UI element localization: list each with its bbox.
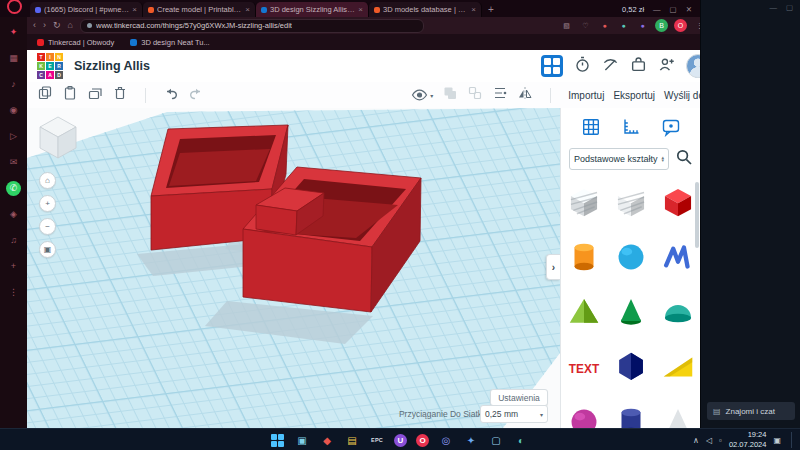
search-icon[interactable]: [675, 148, 693, 170]
paste-icon[interactable]: [62, 85, 78, 105]
tab-close-icon[interactable]: ×: [132, 5, 137, 14]
3d-scene[interactable]: [27, 108, 560, 428]
ungroup-icon[interactable]: [467, 85, 483, 105]
tray-volume-icon[interactable]: ▫: [719, 436, 722, 445]
bookmark-item[interactable]: Tinkercad | Obwody: [37, 38, 114, 47]
close-button[interactable]: ✕: [686, 5, 692, 14]
taskbar-app-teal[interactable]: ◐: [513, 432, 529, 448]
tab-close-icon[interactable]: ×: [471, 5, 476, 14]
taskbar-app-explorer[interactable]: ▣: [294, 432, 310, 448]
gx-badge-icon[interactable]: O: [674, 19, 687, 32]
tiktok-icon[interactable]: ♫: [6, 233, 21, 248]
taskbar-app-folder[interactable]: ▤: [344, 432, 360, 448]
minimize-button[interactable]: —: [653, 5, 661, 14]
discord-icon[interactable]: ◉: [6, 103, 21, 118]
duplicate-icon[interactable]: [87, 85, 103, 105]
shape-pyramid[interactable]: [564, 288, 604, 336]
shape-sphere[interactable]: [611, 233, 651, 281]
redo-icon[interactable]: [188, 85, 204, 105]
shape-cone[interactable]: [611, 288, 651, 336]
briefcase-icon[interactable]: [630, 56, 647, 77]
forward-icon[interactable]: ›: [43, 21, 46, 30]
mirror-icon[interactable]: [517, 85, 533, 105]
shape-box-striped[interactable]: [564, 178, 604, 226]
delete-icon[interactable]: [112, 85, 128, 105]
sim-time-icon[interactable]: [574, 56, 591, 77]
maximize-button[interactable]: ▢: [670, 5, 677, 14]
price-badge[interactable]: 0,52 zł: [622, 5, 644, 14]
show-hide-icon[interactable]: ▾: [411, 88, 433, 102]
zoom-in-button[interactable]: +: [39, 195, 56, 212]
copy-icon[interactable]: [37, 85, 53, 105]
dashboard-button[interactable]: [541, 55, 563, 77]
shape-wedge[interactable]: [658, 343, 698, 391]
shape-box-hole-striped[interactable]: [611, 178, 651, 226]
browser-tab[interactable]: (1665) Discord | #pwneral...×: [30, 2, 143, 17]
browser-tab[interactable]: Create model | Printables...×: [143, 2, 256, 17]
tray-network-icon[interactable]: ◁: [706, 436, 712, 445]
tray-chevron-icon[interactable]: ∧: [693, 436, 699, 445]
notes-icon[interactable]: [658, 115, 684, 139]
instagram-icon[interactable]: ◈: [6, 207, 21, 222]
minimize-icon[interactable]: —: [769, 3, 777, 12]
shape-cylinder[interactable]: [564, 233, 604, 281]
send-to-button[interactable]: Wyślij do: [664, 90, 704, 101]
browser-tab[interactable]: 3D models database | Prin...×: [369, 2, 482, 17]
taskbar-app-discord[interactable]: ◎: [438, 432, 454, 448]
shape-scribble[interactable]: [658, 233, 698, 281]
shape-box[interactable]: [658, 178, 698, 226]
gx-corner-icon[interactable]: ✦: [6, 25, 21, 40]
refresh-icon[interactable]: ↻: [53, 21, 61, 30]
show-desktop-button[interactable]: [791, 432, 794, 448]
profile-badge[interactable]: B: [655, 19, 668, 32]
undo-icon[interactable]: [163, 85, 179, 105]
taskbar-app-red[interactable]: ◆: [319, 432, 335, 448]
shape-tube[interactable]: [611, 398, 651, 429]
friends-chat-bar[interactable]: ▤ Znajomi i czat: [707, 402, 795, 420]
align-icon[interactable]: [492, 85, 508, 105]
workplane-icon[interactable]: [578, 115, 604, 139]
taskbar-app-u[interactable]: U: [394, 434, 407, 447]
gx-player-icon[interactable]: ♪: [6, 77, 21, 92]
group-icon[interactable]: [442, 85, 458, 105]
back-icon[interactable]: ‹: [33, 21, 36, 30]
invite-person-icon[interactable]: [658, 56, 675, 77]
panel-collapse-chevron[interactable]: ›: [546, 254, 560, 280]
extension-dot-icon[interactable]: ●: [636, 19, 649, 32]
shape-polygon[interactable]: [611, 343, 651, 391]
shape-sphere-magenta[interactable]: [564, 398, 604, 429]
extension-dot-icon[interactable]: ●: [598, 19, 611, 32]
shape-half-sphere[interactable]: [658, 288, 698, 336]
taskbar-app-blue[interactable]: ✦: [463, 432, 479, 448]
snap-grid-dropdown[interactable]: 0,25 mm ▾: [480, 405, 548, 423]
maximize-icon[interactable]: ▢: [786, 3, 793, 12]
tab-close-icon[interactable]: ×: [245, 5, 250, 14]
taskbar-app-operagx[interactable]: O: [416, 434, 429, 447]
design-title[interactable]: Sizzling Allis: [74, 59, 150, 73]
browser-tab[interactable]: 3D design Sizzling Allis - Ti...×: [256, 2, 369, 17]
opera-menu-icon[interactable]: [7, 0, 22, 14]
speed-dial-icon[interactable]: ▦: [6, 51, 21, 66]
messenger-icon[interactable]: ✉: [6, 155, 21, 170]
tinkercad-logo[interactable]: TINKERCAD: [37, 53, 63, 79]
ruler-icon[interactable]: [618, 115, 644, 139]
whatsapp-icon[interactable]: ✆: [6, 181, 21, 196]
capture-icon[interactable]: ▧: [560, 19, 573, 32]
taskbar-app-paint[interactable]: ▢: [488, 432, 504, 448]
start-button[interactable]: [271, 434, 284, 447]
shape-category-dropdown[interactable]: Podstawowe kształty ▴▾: [569, 148, 669, 170]
taskbar-clock[interactable]: 19:24 02.07.2024: [729, 430, 767, 450]
add-app-icon[interactable]: +: [6, 259, 21, 274]
home-icon[interactable]: ⌂: [68, 21, 73, 30]
import-button[interactable]: Importuj: [568, 90, 604, 101]
3d-viewport[interactable]: ⌂ + − ▣ › Ustawienia Przyciąganie Do Sia…: [27, 108, 560, 428]
home-view-button[interactable]: ⌂: [39, 172, 56, 189]
zoom-out-button[interactable]: −: [39, 218, 56, 235]
tab-close-icon[interactable]: ×: [358, 5, 363, 14]
notification-icon[interactable]: ▣: [773, 436, 781, 445]
twitch-icon[interactable]: ▷: [6, 129, 21, 144]
view-cube[interactable]: [35, 112, 81, 162]
panel-scrollbar[interactable]: [695, 182, 699, 248]
new-tab-button[interactable]: +: [488, 4, 494, 15]
shape-text[interactable]: TEXT: [564, 343, 604, 391]
